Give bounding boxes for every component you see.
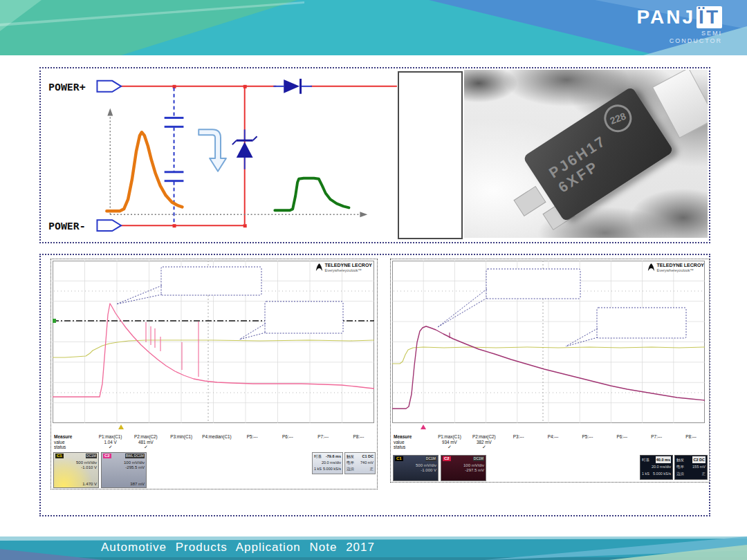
footer-title: Automotive Products Application Note 201… bbox=[101, 541, 375, 554]
channel-box-c2: C2 BWL DC1M 100 mV/div -295.5 mV 387 mV bbox=[101, 452, 147, 488]
scope-panel: TELEDYNE LECROY Everywhereyoulook™ Measu… bbox=[39, 254, 710, 516]
status-label: status bbox=[394, 445, 432, 450]
scope-status-row: C1 DC1M 500 mV/div -1.000 V C2 DC1M 100 … bbox=[393, 455, 708, 481]
logo-semi: SEMI bbox=[636, 30, 722, 37]
channel-tag: C1 bbox=[395, 456, 403, 461]
pcb-component bbox=[652, 70, 708, 138]
coupling-badge: DC1M bbox=[425, 456, 436, 461]
timebase-scale: 20.0 ms/div bbox=[652, 463, 671, 470]
trigger-level-label: 电平 bbox=[676, 463, 684, 470]
coupling-badge: DC1M bbox=[86, 454, 97, 458]
panjit-wordmark: PANJÏT bbox=[636, 6, 722, 28]
channel-offset: -297.5 mV bbox=[443, 468, 484, 473]
teledyne-lecroy-logo: TELEDYNE LECROY Everywhereyoulook™ bbox=[315, 263, 372, 272]
power-plus-connector bbox=[97, 81, 121, 92]
channel-box-c1: C1 DC1M 500 mV/div -1.010 V 1.470 V bbox=[53, 452, 99, 488]
chip-date-code: 228 bbox=[600, 100, 636, 136]
measure-labels: Measure value status bbox=[52, 434, 93, 450]
channel-tag: C1 bbox=[55, 454, 64, 458]
scope-status-row: C1 DC1M 500 mV/div -1.010 V 1.470 V C2 B… bbox=[53, 452, 376, 488]
logo-it: ÏT bbox=[697, 6, 722, 28]
axis-arrow-right bbox=[360, 212, 367, 217]
trigger-edge: 正 bbox=[370, 466, 374, 472]
trigger-box: 触发C1 DC 电平740 mV 边沿正 bbox=[344, 452, 376, 474]
timebase-trigger-group: 时基40.0 ms 20.0 ms/div 1 kS5.000 kS/s 触发C… bbox=[640, 455, 708, 480]
power-plus-label: POWER+ bbox=[48, 81, 86, 93]
chip-marking: PJ6H17 6XFP bbox=[546, 131, 619, 196]
channel-scale: 100 mV/div bbox=[103, 460, 145, 465]
measure-param: P1:max(C1)1.04 V✓ bbox=[93, 434, 128, 450]
callout-box bbox=[486, 269, 580, 299]
channel-footer-value: 1.470 V bbox=[55, 482, 97, 487]
trigger-box: 触发C2 DC 电平155 mV 边沿正 bbox=[674, 455, 708, 480]
trigger-level: 740 mV bbox=[360, 460, 374, 466]
timebase-box: 时基40.0 ms 20.0 ms/div 1 kS5.000 kS/s bbox=[640, 455, 673, 480]
panjit-logo: PANJÏT SEMI CONDUCTOR bbox=[636, 6, 722, 45]
coupling-badge: BWL DC1M bbox=[125, 454, 145, 458]
channel-scale: 100 mV/div bbox=[443, 463, 484, 468]
logo-pan: PAN bbox=[636, 6, 682, 28]
series-diode bbox=[273, 79, 312, 94]
measure-param: P2:max(C2)481 mV✓ bbox=[128, 434, 163, 450]
measure-row: Measure value status P1:max(C1)934 mV✓P2… bbox=[391, 434, 708, 450]
scope-plot-area: TELEDYNE LECROY Everywhereyoulook™ bbox=[392, 261, 708, 433]
tvs-diode bbox=[232, 88, 257, 224]
channel-scale: 500 mV/div bbox=[395, 463, 436, 468]
timebase-scale: 20.0 ms/div bbox=[322, 460, 341, 466]
clamped-pulse-waveform bbox=[275, 178, 349, 211]
channel-offset: -1.000 V bbox=[395, 468, 436, 473]
measure-row: Measure value status P1:max(C1)1.04 V✓P2… bbox=[52, 434, 376, 450]
trigger-label: 触发 bbox=[347, 454, 354, 460]
measure-param: P7:--- bbox=[306, 434, 341, 450]
timebase-position: 40.0 ms bbox=[656, 456, 671, 463]
trigger-edge: 正 bbox=[702, 470, 706, 477]
measure-param: P4:--- bbox=[536, 434, 571, 450]
waveform-axes bbox=[110, 113, 360, 214]
trigger-source: C1 DC bbox=[362, 454, 374, 460]
cursor-marker bbox=[53, 319, 56, 323]
channel-box-c1: C1 DC1M 500 mV/div -1.000 V bbox=[393, 455, 439, 481]
measure-label: Measure bbox=[394, 434, 432, 440]
measure-param: P4:median(C1) bbox=[199, 434, 234, 450]
oscilloscope-left: TELEDYNE LECROY Everywhereyoulook™ Measu… bbox=[50, 259, 378, 489]
measure-param: P7:--- bbox=[639, 434, 674, 450]
trigger-position-marker bbox=[118, 424, 124, 429]
channel-offset: -295.5 mV bbox=[103, 465, 145, 470]
measure-params: P1:max(C1)1.04 V✓P2:max(C2)481 mV✓P3:min… bbox=[93, 434, 376, 450]
lecroy-brand-name: TELEDYNE LECROY bbox=[325, 263, 372, 268]
trigger-level: 155 mV bbox=[692, 463, 706, 470]
chip-lead bbox=[513, 186, 546, 216]
logo-subtitle: SEMI CONDUCTOR bbox=[636, 30, 722, 45]
channel-scale: 500 mV/div bbox=[55, 460, 97, 465]
power-minus-label: POWER- bbox=[48, 220, 86, 232]
measure-label: Measure bbox=[54, 434, 93, 440]
status-label: status bbox=[54, 445, 93, 450]
timebase-trigger-group: 时基-79.6 ms 20.0 ms/div 1 kS5.000 kS/s 触发… bbox=[312, 452, 376, 474]
callout-box bbox=[597, 308, 686, 338]
channel-offset: -1.010 V bbox=[55, 465, 97, 470]
trigger-position-marker bbox=[421, 424, 426, 429]
value-label: value bbox=[394, 440, 432, 445]
channel-tag: C2 bbox=[443, 456, 451, 461]
timebase-rate: 5.000 kS/s bbox=[323, 466, 341, 472]
callout-box bbox=[161, 267, 261, 295]
timebase-rate: 5.000 kS/s bbox=[653, 470, 671, 477]
current-flow-arrow bbox=[199, 129, 226, 171]
circuit-panel: POWER+ POWER- 228 PJ6H17 bbox=[39, 67, 710, 243]
header-art bbox=[0, 0, 747, 55]
teledyne-lecroy-logo: TELEDYNE LECROY Everywhereyoulook™ bbox=[647, 263, 704, 272]
power-minus-connector bbox=[97, 220, 121, 231]
trigger-edge-label: 边沿 bbox=[347, 466, 354, 472]
value-label: value bbox=[54, 440, 93, 445]
scope-plot-area: TELEDYNE LECROY Everywhereyoulook™ bbox=[53, 261, 376, 433]
logo-j: J bbox=[683, 6, 696, 28]
measure-param: P8:--- bbox=[674, 434, 708, 450]
timebase-label: 时基 bbox=[642, 456, 649, 463]
lecroy-tagline: Everywhereyoulook™ bbox=[657, 268, 704, 272]
trigger-level-label: 电平 bbox=[347, 460, 354, 466]
oscilloscope-right: TELEDYNE LECROY Everywhereyoulook™ Measu… bbox=[390, 259, 710, 483]
slide-footer: Automotive Products Application Note 201… bbox=[0, 532, 747, 560]
trigger-label: 触发 bbox=[676, 456, 684, 463]
logo-conductor: CONDUCTOR bbox=[636, 37, 722, 45]
channel-footer-value: 387 mV bbox=[103, 482, 145, 487]
